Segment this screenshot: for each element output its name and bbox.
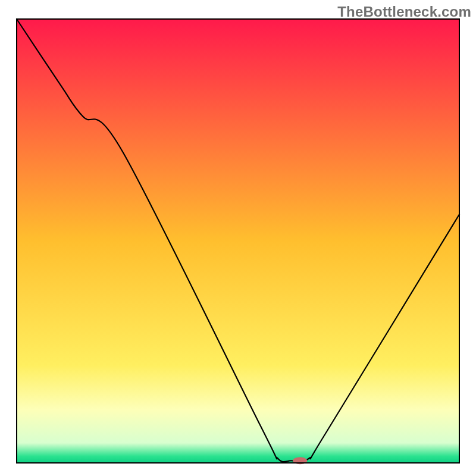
plot-background xyxy=(17,19,459,463)
watermark-text: TheBottleneck.com xyxy=(337,4,471,20)
bottleneck-chart: TheBottleneck.com xyxy=(0,0,476,476)
chart-canvas xyxy=(0,0,476,476)
